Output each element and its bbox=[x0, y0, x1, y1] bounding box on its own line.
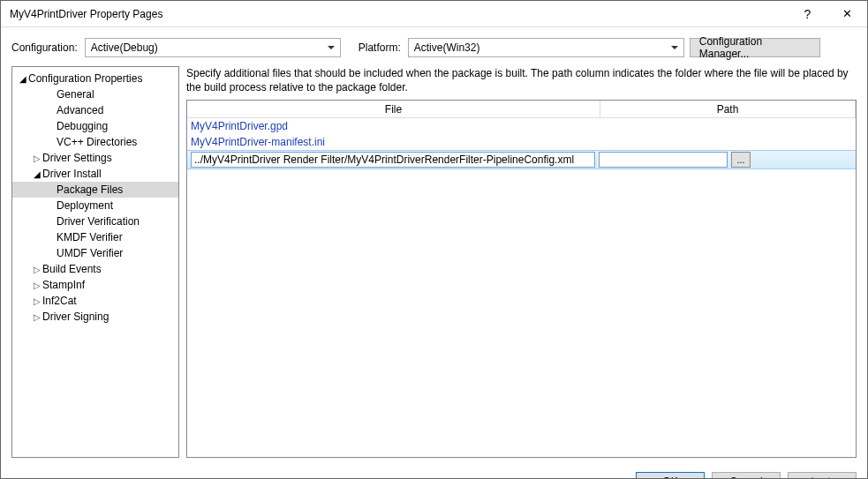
tree-item[interactable]: ▷Inf2Cat bbox=[12, 293, 178, 309]
grid-row[interactable]: MyV4PrintDriver-manifest.ini bbox=[187, 134, 856, 150]
cancel-button[interactable]: Cancel bbox=[712, 472, 781, 479]
apply-button[interactable]: Apply bbox=[788, 472, 857, 479]
tree-item[interactable]: Package Files bbox=[12, 182, 178, 198]
tree-item-label: Debugging bbox=[57, 120, 108, 132]
tree-item[interactable]: Advanced bbox=[12, 102, 178, 118]
path-input[interactable] bbox=[599, 152, 728, 168]
chevron-right-icon: ▷ bbox=[32, 265, 42, 274]
tree-item-label: Driver Install bbox=[42, 168, 102, 180]
tree-item-label: General bbox=[57, 88, 94, 101]
grid-row-editing[interactable]: ... bbox=[187, 150, 856, 169]
file-cell: MyV4PrintDriver.gpd bbox=[187, 120, 600, 132]
tree-item[interactable]: ▷Build Events bbox=[12, 261, 178, 277]
path-edit-group: ... bbox=[595, 152, 856, 168]
chevron-right-icon: ▷ bbox=[32, 296, 42, 306]
grid-header-file[interactable]: File bbox=[187, 101, 600, 117]
browse-button[interactable]: ... bbox=[731, 152, 751, 168]
dialog-footer: OK Cancel Apply bbox=[1, 465, 867, 479]
tree-item[interactable]: KMDF Verifier bbox=[12, 229, 178, 245]
tree-item-label: Build Events bbox=[42, 263, 102, 275]
file-input[interactable] bbox=[191, 152, 595, 168]
chevron-right-icon: ▷ bbox=[32, 281, 42, 290]
tree-item[interactable]: ◢Driver Install bbox=[12, 166, 178, 182]
tree-item[interactable]: Driver Verification bbox=[12, 213, 178, 229]
platform-combo[interactable]: Active(Win32) bbox=[408, 38, 684, 57]
grid-body: MyV4PrintDriver.gpdMyV4PrintDriver-manif… bbox=[187, 118, 856, 457]
close-button[interactable]: ✕ bbox=[827, 1, 867, 26]
tree-item[interactable]: ▷Driver Signing bbox=[12, 309, 178, 325]
titlebar: MyV4PrintDriver Property Pages ? ✕ bbox=[1, 1, 867, 27]
help-button[interactable]: ? bbox=[788, 1, 827, 26]
tree-item-label: Driver Settings bbox=[42, 152, 112, 164]
tree-item-label: Driver Verification bbox=[57, 215, 140, 228]
tree-item-label: Package Files bbox=[57, 183, 123, 196]
tree-item[interactable]: Deployment bbox=[12, 198, 178, 213]
window-title: MyV4PrintDriver Property Pages bbox=[10, 8, 788, 20]
tree-item-label: Inf2Cat bbox=[42, 295, 77, 307]
chevron-right-icon: ▷ bbox=[32, 312, 42, 322]
file-cell: MyV4PrintDriver-manifest.ini bbox=[187, 136, 600, 148]
tree-item-label: VC++ Directories bbox=[57, 136, 137, 148]
tree-item[interactable]: ▷Driver Settings bbox=[12, 150, 178, 166]
tree-item-label: Deployment bbox=[57, 199, 113, 212]
grid-header-path[interactable]: Path bbox=[600, 101, 856, 117]
tree-item-label: KMDF Verifier bbox=[57, 231, 123, 243]
chevron-open-icon: ◢ bbox=[18, 74, 28, 84]
tree-item-label: Driver Signing bbox=[42, 311, 109, 323]
grid-row[interactable]: MyV4PrintDriver.gpd bbox=[187, 118, 856, 134]
tree-item[interactable]: Debugging bbox=[12, 118, 178, 134]
description-text: Specify additional files that should be … bbox=[186, 66, 857, 100]
configuration-label: Configuration: bbox=[11, 41, 78, 54]
tree-pane[interactable]: ◢ Configuration Properties GeneralAdvanc… bbox=[11, 66, 179, 458]
tree-root-label: Configuration Properties bbox=[28, 72, 142, 85]
grid-header: File Path bbox=[187, 101, 856, 118]
tree-item-label: Advanced bbox=[57, 104, 103, 116]
tree-item[interactable]: General bbox=[12, 86, 178, 102]
body: ◢ Configuration Properties GeneralAdvanc… bbox=[1, 66, 867, 465]
configuration-manager-button[interactable]: Configuration Manager... bbox=[690, 38, 820, 57]
tree-root[interactable]: ◢ Configuration Properties bbox=[12, 71, 178, 86]
config-toolbar: Configuration: Active(Debug) Platform: A… bbox=[1, 27, 867, 66]
configuration-value: Active(Debug) bbox=[91, 41, 158, 54]
tree-item-label: StampInf bbox=[42, 279, 85, 291]
tree-item[interactable]: ▷StampInf bbox=[12, 277, 178, 293]
ok-button[interactable]: OK bbox=[636, 472, 705, 479]
configuration-combo[interactable]: Active(Debug) bbox=[85, 38, 341, 57]
tree-item[interactable]: UMDF Verifier bbox=[12, 245, 178, 261]
tree-item-label: UMDF Verifier bbox=[57, 247, 123, 259]
tree-item[interactable]: VC++ Directories bbox=[12, 134, 178, 150]
platform-value: Active(Win32) bbox=[414, 41, 480, 54]
chevron-open-icon: ◢ bbox=[32, 169, 42, 179]
file-grid: File Path MyV4PrintDriver.gpdMyV4PrintDr… bbox=[186, 100, 857, 458]
right-pane: Specify additional files that should be … bbox=[186, 66, 857, 458]
chevron-right-icon: ▷ bbox=[32, 153, 42, 163]
platform-label: Platform: bbox=[359, 41, 401, 54]
